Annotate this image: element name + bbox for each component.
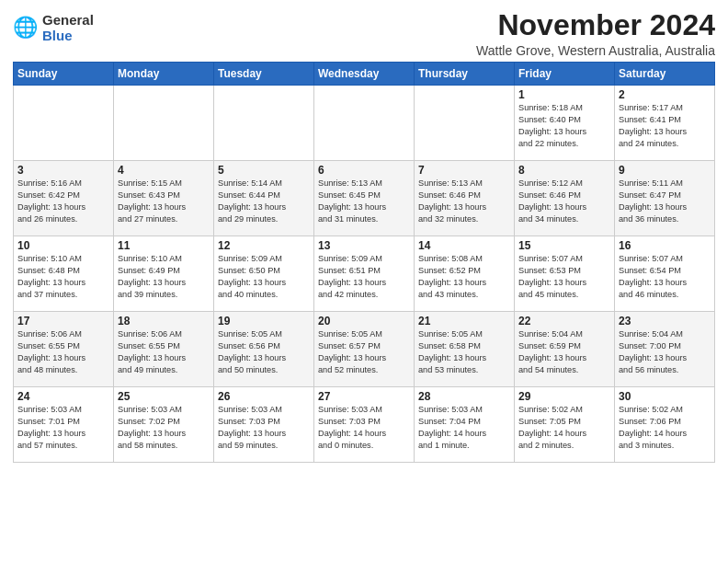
day-number: 16	[619, 239, 711, 252]
table-row: 8Sunrise: 5:12 AM Sunset: 6:46 PM Daylig…	[515, 161, 615, 236]
table-row: 26Sunrise: 5:03 AM Sunset: 7:03 PM Dayli…	[214, 387, 314, 463]
col-tuesday: Tuesday	[214, 63, 314, 86]
day-info: Sunrise: 5:13 AM Sunset: 6:45 PM Dayligh…	[318, 178, 410, 225]
header: 🌐 General Blue November 2024 Wattle Grov…	[13, 9, 715, 58]
calendar-week-3: 17Sunrise: 5:06 AM Sunset: 6:55 PM Dayli…	[14, 312, 715, 387]
day-number: 19	[218, 315, 310, 327]
table-row: 21Sunrise: 5:05 AM Sunset: 6:58 PM Dayli…	[415, 312, 515, 387]
day-info: Sunrise: 5:04 AM Sunset: 6:59 PM Dayligh…	[518, 328, 610, 376]
table-row: 23Sunrise: 5:04 AM Sunset: 7:00 PM Dayli…	[615, 312, 715, 387]
day-info: Sunrise: 5:03 AM Sunset: 7:02 PM Dayligh…	[118, 404, 210, 452]
day-info: Sunrise: 5:05 AM Sunset: 6:58 PM Dayligh…	[418, 328, 510, 376]
day-number: 24	[17, 390, 109, 403]
table-row	[214, 86, 314, 161]
logo: 🌐 General Blue	[13, 13, 94, 43]
day-number: 22	[518, 315, 610, 327]
title-block: November 2024 Wattle Grove, Western Aust…	[476, 9, 715, 58]
table-row: 16Sunrise: 5:07 AM Sunset: 6:54 PM Dayli…	[615, 236, 715, 312]
day-number: 6	[318, 164, 410, 177]
day-info: Sunrise: 5:02 AM Sunset: 7:06 PM Dayligh…	[619, 404, 711, 452]
day-info: Sunrise: 5:07 AM Sunset: 6:54 PM Dayligh…	[619, 253, 711, 301]
day-info: Sunrise: 5:11 AM Sunset: 6:47 PM Dayligh…	[619, 178, 711, 225]
month-title: November 2024	[476, 9, 715, 41]
table-row: 22Sunrise: 5:04 AM Sunset: 6:59 PM Dayli…	[515, 312, 615, 387]
table-row: 7Sunrise: 5:13 AM Sunset: 6:46 PM Daylig…	[415, 161, 515, 236]
calendar-week-2: 10Sunrise: 5:10 AM Sunset: 6:48 PM Dayli…	[14, 236, 715, 312]
day-info: Sunrise: 5:13 AM Sunset: 6:46 PM Dayligh…	[418, 178, 510, 225]
table-row: 11Sunrise: 5:10 AM Sunset: 6:49 PM Dayli…	[114, 236, 214, 312]
col-friday: Friday	[515, 63, 615, 86]
calendar-week-0: 1Sunrise: 5:18 AM Sunset: 6:40 PM Daylig…	[14, 86, 715, 161]
day-info: Sunrise: 5:08 AM Sunset: 6:52 PM Dayligh…	[418, 253, 510, 301]
table-row: 12Sunrise: 5:09 AM Sunset: 6:50 PM Dayli…	[214, 236, 314, 312]
calendar-header-row: Sunday Monday Tuesday Wednesday Thursday…	[14, 63, 715, 86]
day-info: Sunrise: 5:17 AM Sunset: 6:41 PM Dayligh…	[619, 102, 711, 150]
day-number: 14	[418, 239, 510, 252]
table-row: 18Sunrise: 5:06 AM Sunset: 6:55 PM Dayli…	[114, 312, 214, 387]
day-number: 2	[619, 88, 711, 101]
day-number: 23	[619, 315, 711, 327]
table-row: 1Sunrise: 5:18 AM Sunset: 6:40 PM Daylig…	[515, 86, 615, 161]
table-row: 5Sunrise: 5:14 AM Sunset: 6:44 PM Daylig…	[214, 161, 314, 236]
day-number: 21	[418, 315, 510, 327]
day-info: Sunrise: 5:09 AM Sunset: 6:50 PM Dayligh…	[218, 253, 310, 301]
day-info: Sunrise: 5:12 AM Sunset: 6:46 PM Dayligh…	[518, 178, 610, 225]
table-row	[314, 86, 415, 161]
day-number: 5	[218, 164, 310, 177]
table-row: 6Sunrise: 5:13 AM Sunset: 6:45 PM Daylig…	[314, 161, 415, 236]
day-number: 17	[17, 315, 109, 327]
day-number: 13	[318, 239, 410, 252]
day-info: Sunrise: 5:05 AM Sunset: 6:56 PM Dayligh…	[218, 328, 310, 376]
page: 🌐 General Blue November 2024 Wattle Grov…	[0, 0, 728, 563]
day-number: 7	[418, 164, 510, 177]
day-number: 10	[17, 239, 109, 252]
day-number: 30	[619, 390, 711, 403]
day-info: Sunrise: 5:09 AM Sunset: 6:51 PM Dayligh…	[318, 253, 410, 301]
day-info: Sunrise: 5:04 AM Sunset: 7:00 PM Dayligh…	[619, 328, 711, 376]
day-number: 3	[17, 164, 109, 177]
day-info: Sunrise: 5:03 AM Sunset: 7:03 PM Dayligh…	[218, 404, 310, 452]
calendar-table: Sunday Monday Tuesday Wednesday Thursday…	[13, 62, 715, 463]
day-number: 12	[218, 239, 310, 252]
table-row: 24Sunrise: 5:03 AM Sunset: 7:01 PM Dayli…	[14, 387, 114, 463]
day-info: Sunrise: 5:03 AM Sunset: 7:03 PM Dayligh…	[318, 404, 410, 452]
day-info: Sunrise: 5:16 AM Sunset: 6:42 PM Dayligh…	[17, 178, 109, 225]
day-info: Sunrise: 5:05 AM Sunset: 6:57 PM Dayligh…	[318, 328, 410, 376]
table-row: 3Sunrise: 5:16 AM Sunset: 6:42 PM Daylig…	[14, 161, 114, 236]
day-number: 4	[118, 164, 210, 177]
day-info: Sunrise: 5:03 AM Sunset: 7:04 PM Dayligh…	[418, 404, 510, 452]
location: Wattle Grove, Western Australia, Austral…	[476, 43, 715, 58]
table-row: 27Sunrise: 5:03 AM Sunset: 7:03 PM Dayli…	[314, 387, 415, 463]
day-number: 11	[118, 239, 210, 252]
col-sunday: Sunday	[14, 63, 114, 86]
col-wednesday: Wednesday	[314, 63, 415, 86]
day-number: 1	[518, 88, 610, 101]
table-row: 9Sunrise: 5:11 AM Sunset: 6:47 PM Daylig…	[615, 161, 715, 236]
col-thursday: Thursday	[415, 63, 515, 86]
table-row: 2Sunrise: 5:17 AM Sunset: 6:41 PM Daylig…	[615, 86, 715, 161]
table-row: 17Sunrise: 5:06 AM Sunset: 6:55 PM Dayli…	[14, 312, 114, 387]
table-row: 13Sunrise: 5:09 AM Sunset: 6:51 PM Dayli…	[314, 236, 415, 312]
day-info: Sunrise: 5:15 AM Sunset: 6:43 PM Dayligh…	[118, 178, 210, 225]
day-number: 28	[418, 390, 510, 403]
day-info: Sunrise: 5:14 AM Sunset: 6:44 PM Dayligh…	[218, 178, 310, 225]
day-info: Sunrise: 5:03 AM Sunset: 7:01 PM Dayligh…	[17, 404, 109, 452]
day-number: 8	[518, 164, 610, 177]
table-row	[114, 86, 214, 161]
table-row: 4Sunrise: 5:15 AM Sunset: 6:43 PM Daylig…	[114, 161, 214, 236]
day-info: Sunrise: 5:10 AM Sunset: 6:49 PM Dayligh…	[118, 253, 210, 301]
calendar-week-1: 3Sunrise: 5:16 AM Sunset: 6:42 PM Daylig…	[14, 161, 715, 236]
day-info: Sunrise: 5:07 AM Sunset: 6:53 PM Dayligh…	[518, 253, 610, 301]
table-row: 14Sunrise: 5:08 AM Sunset: 6:52 PM Dayli…	[415, 236, 515, 312]
table-row: 15Sunrise: 5:07 AM Sunset: 6:53 PM Dayli…	[515, 236, 615, 312]
day-info: Sunrise: 5:10 AM Sunset: 6:48 PM Dayligh…	[17, 253, 109, 301]
day-number: 9	[619, 164, 711, 177]
day-number: 26	[218, 390, 310, 403]
calendar-week-4: 24Sunrise: 5:03 AM Sunset: 7:01 PM Dayli…	[14, 387, 715, 463]
logo-text: General Blue	[42, 13, 94, 43]
day-number: 18	[118, 315, 210, 327]
day-number: 20	[318, 315, 410, 327]
table-row	[415, 86, 515, 161]
day-number: 15	[518, 239, 610, 252]
day-info: Sunrise: 5:06 AM Sunset: 6:55 PM Dayligh…	[118, 328, 210, 376]
